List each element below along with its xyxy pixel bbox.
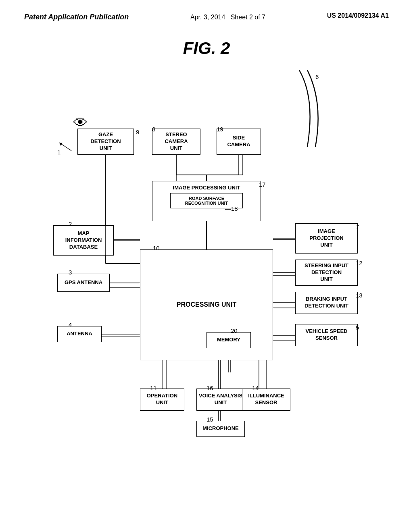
label-16: 16: [206, 384, 213, 391]
antenna-box: ANTENNA: [57, 326, 102, 342]
label-7: 7: [356, 223, 359, 230]
page-header: Patent Application Publication Apr. 3, 2…: [24, 12, 389, 23]
illuminance-sensor-box: ILLUMINANCESENSOR: [242, 389, 290, 411]
page: Patent Application Publication Apr. 3, 2…: [0, 0, 413, 532]
date-sheet: Apr. 3, 2014 Sheet 2 of 7: [190, 12, 265, 23]
voice-analysis-unit-box: VOICE ANALYSISUNIT: [196, 389, 245, 411]
label-17: 17: [259, 181, 266, 188]
patent-number: US 2014/0092134 A1: [327, 12, 389, 19]
gps-antenna-box: GPS ANTENNA: [57, 274, 110, 292]
gaze-detection-unit-box: GAZEDETECTIONUNIT: [77, 129, 134, 155]
braking-input-detection-unit-box: BRAKING INPUTDETECTION UNIT: [295, 292, 358, 314]
image-projection-unit-box: IMAGEPROJECTIONUNIT: [295, 223, 358, 254]
label-13: 13: [356, 292, 363, 299]
label-4: 4: [69, 321, 72, 328]
figure-title: FIG. 2: [24, 39, 389, 58]
label-8: 8: [152, 126, 155, 133]
label-10: 10: [153, 245, 160, 251]
vehicle-speed-sensor-box: VEHICLE SPEEDSENSOR: [295, 324, 358, 346]
label-6: 6: [315, 73, 319, 80]
label-3: 3: [69, 269, 72, 276]
diagram: 1 6 👁 GAZEDETECTIONUNIT 9 STEREOCAMERAUN…: [33, 66, 380, 461]
label-20: 20: [231, 327, 238, 334]
label-19: 19: [217, 126, 223, 133]
microphone-box: MICROPHONE: [196, 421, 245, 437]
operation-unit-box: OPERATIONUNIT: [140, 389, 184, 411]
label-18: —18: [225, 205, 238, 212]
label-2: 2: [69, 220, 72, 227]
label-12: 12: [356, 260, 363, 266]
label-11: 11: [150, 384, 157, 391]
steering-input-detection-unit-box: STEERING INPUTDETECTIONUNIT: [295, 260, 358, 286]
memory-box: MEMORY: [206, 332, 251, 348]
label-9: 9: [136, 129, 139, 135]
stereo-camera-unit-box: STEREOCAMERAUNIT: [152, 129, 200, 155]
label-5: 5: [356, 324, 359, 331]
label-15: 15: [206, 416, 213, 423]
publication-label: Patent Application Publication: [24, 12, 129, 22]
image-processing-unit-box: IMAGE PROCESSING UNIT ROAD SURFACERECOGN…: [152, 181, 261, 221]
label-14: 14: [252, 384, 259, 391]
map-information-database-box: MAPINFORMATIONDATABASE: [53, 225, 114, 256]
